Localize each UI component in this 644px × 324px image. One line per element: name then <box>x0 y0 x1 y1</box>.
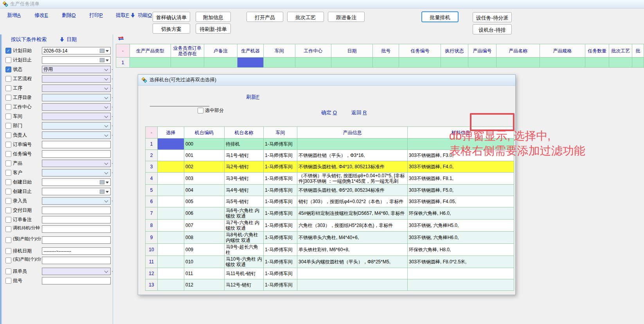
filter-text-field[interactable] <box>42 257 111 264</box>
filter-checkbox[interactable] <box>5 132 11 138</box>
cell-code[interactable]: 008 <box>184 232 225 244</box>
column-header[interactable]: 车间 <box>263 44 295 58</box>
cell-name[interactable]: 马8号机-六角柱 内螺纹 双通 <box>225 232 264 244</box>
grid-cell[interactable] <box>373 58 399 68</box>
cell-name[interactable]: 马2号-销钉 <box>225 161 264 173</box>
cell-code[interactable]: 001 <box>184 150 225 161</box>
column-header[interactable]: 批号 <box>373 44 399 58</box>
cell-workshop[interactable]: 1-马师傅车间 <box>264 244 297 256</box>
cell-workshop[interactable]: 1-马师傅车间 <box>264 256 297 268</box>
cell-select[interactable] <box>158 185 184 196</box>
checkbox[interactable] <box>198 108 203 113</box>
cell-workshop[interactable]: 1-马师傅车间 <box>264 279 297 291</box>
column-header[interactable]: 业务员查订单是否存在 <box>171 44 204 58</box>
filter-checkbox[interactable] <box>5 151 11 157</box>
combo-chevron-icon[interactable] <box>104 269 108 273</box>
cell-select[interactable] <box>158 244 184 256</box>
cell-name[interactable]: 马11号机-销钉 <box>225 268 264 279</box>
combo-chevron-icon[interactable] <box>104 123 108 127</box>
combo-chevron-icon[interactable] <box>104 133 108 137</box>
row-number-cell[interactable]: 1 <box>146 139 158 150</box>
grid-cell[interactable] <box>295 58 331 68</box>
cell-product[interactable] <box>297 139 408 150</box>
cell-workshop[interactable]: 1-马师傅车间 <box>264 196 297 207</box>
column-header[interactable]: 日期 <box>331 44 373 58</box>
grid-cell[interactable] <box>171 58 204 68</box>
filter-checkbox[interactable] <box>5 160 11 166</box>
cell-workshop[interactable]: 1-马师傅车间 <box>264 185 297 196</box>
cell-name[interactable]: 马7号-六角柱 内螺纹 双通 <box>225 220 264 232</box>
combo-chevron-icon[interactable] <box>104 104 108 108</box>
row-number-cell[interactable]: 4 <box>146 173 158 185</box>
column-header[interactable]: 产品信息 <box>297 127 408 139</box>
cell-select[interactable] <box>158 196 184 207</box>
menu-print[interactable]: 打印P <box>89 12 103 19</box>
column-header[interactable]: 任务编号 <box>399 44 441 58</box>
selected-cell[interactable] <box>237 58 263 68</box>
filter-checkbox[interactable] <box>5 170 11 176</box>
cell-select[interactable] <box>158 173 184 185</box>
filter-combo-field[interactable] <box>42 103 111 111</box>
more-options-button[interactable]: · <box>112 160 113 167</box>
dropdown-arrow-icon[interactable] <box>106 191 109 194</box>
combo-chevron-icon[interactable] <box>104 95 108 99</box>
grid-cell[interactable] <box>441 58 468 68</box>
additional-info-button[interactable]: 附加信息 <box>196 12 231 22</box>
combo-chevron-icon[interactable] <box>104 161 108 165</box>
grid-corner-cell[interactable]: - <box>116 44 130 58</box>
cell-material[interactable]: 303不锈钢, 六角棒H5.0, <box>408 220 514 232</box>
filter-date-field[interactable] <box>42 188 111 195</box>
column-header[interactable]: 工作中心 <box>295 44 331 58</box>
cell-name[interactable]: 马3号-销钉 <box>225 173 264 185</box>
cell-code[interactable]: 011 <box>184 268 225 279</box>
column-header[interactable]: 批次工艺 <box>609 44 632 58</box>
grid-cell[interactable] <box>204 58 237 68</box>
more-options-button[interactable]: · <box>112 131 113 139</box>
combo-chevron-icon[interactable] <box>104 86 108 90</box>
more-options-button[interactable]: · <box>112 122 113 130</box>
filter-checkbox[interactable] <box>5 113 11 119</box>
more-options-button[interactable]: · <box>112 169 113 176</box>
filter-checkbox[interactable] <box>5 67 11 72</box>
cell-workshop[interactable]: 1-马师傅车间 <box>264 161 297 173</box>
more-options-button[interactable]: · <box>112 94 113 101</box>
cell-code[interactable]: 007 <box>184 220 225 232</box>
column-header[interactable]: 产品编号 <box>468 44 496 58</box>
pending-refresh-schedule-button[interactable]: 待刷新-排单 <box>196 23 231 34</box>
batch-process-button[interactable]: 批次工艺 <box>287 12 324 22</box>
cell-product[interactable]: 304单头内螺纹圆柱销（平头），Φ8*25*M5, <box>297 256 408 268</box>
column-header[interactable]: 车间 <box>264 127 297 139</box>
menu-delete[interactable]: 删除D <box>62 12 76 19</box>
cell-select[interactable] <box>158 268 184 279</box>
cell-name[interactable]: 待排机 <box>225 139 264 150</box>
cell-workshop[interactable]: 1-马师傅车间 <box>264 139 297 150</box>
cell-code[interactable]: 000 <box>184 139 225 150</box>
calendar-icon[interactable] <box>100 58 104 62</box>
cell-select[interactable] <box>158 150 184 161</box>
filter-checkbox[interactable] <box>5 85 11 91</box>
row-number-cell[interactable]: 10 <box>146 244 158 256</box>
column-header[interactable]: 产品规格 <box>540 44 585 58</box>
cell-code[interactable]: 006 <box>184 207 225 220</box>
partial-select-checkbox[interactable]: 选中部分 <box>198 107 224 114</box>
filter-checkbox[interactable] <box>5 48 11 54</box>
row-number-cell[interactable]: 11 <box>146 256 158 268</box>
ok-link[interactable]: 确定 O <box>321 109 337 116</box>
cell-product[interactable]: 不锈钢圆头圆柱销, Φ4*10, 805213标准件 <box>297 161 408 173</box>
switch-plan-button[interactable]: 切换方案 <box>153 23 190 34</box>
combo-chevron-icon[interactable] <box>104 198 108 202</box>
filter-combo-field[interactable] <box>42 131 111 139</box>
filter-text-field[interactable]: --------~-------- <box>42 247 111 255</box>
menu-functions[interactable]: 功能O <box>138 12 152 19</box>
column-header[interactable]: 机台名称 <box>225 127 264 139</box>
menu-add[interactable]: 新增A <box>7 12 21 19</box>
grid-cell[interactable] <box>130 58 171 68</box>
column-header[interactable]: 生产机器 <box>237 44 263 58</box>
calendar-icon[interactable] <box>100 189 104 194</box>
filter-date-field[interactable] <box>42 56 111 64</box>
more-options-button[interactable]: · <box>112 85 113 92</box>
grid-cell[interactable] <box>468 58 496 68</box>
cell-material[interactable]: 303不锈钢圆棒, F5.0, <box>408 185 514 196</box>
more-options-button[interactable]: · <box>112 75 113 83</box>
filter-combo-field[interactable] <box>42 85 111 92</box>
